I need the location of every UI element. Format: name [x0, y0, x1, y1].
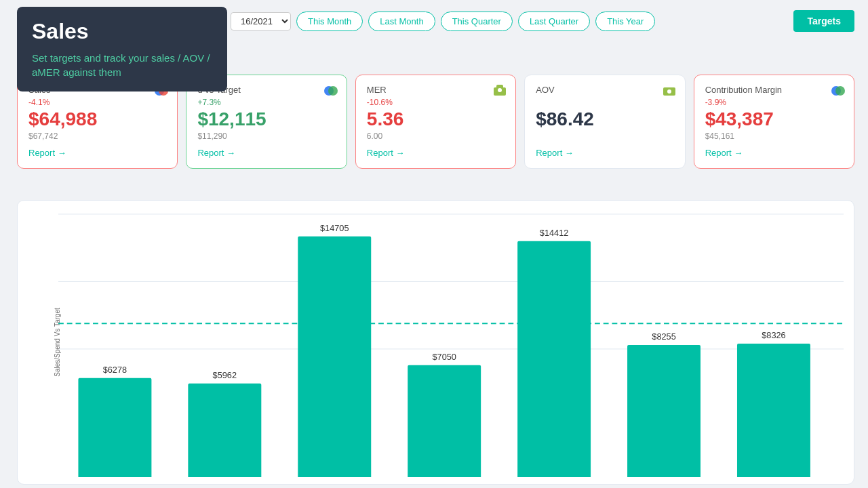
card-spend-sub: $11,290	[197, 131, 335, 141]
svg-point-10	[835, 86, 845, 96]
date-select[interactable]: 16/2021	[231, 12, 291, 30]
svg-text:$6278: $6278	[103, 365, 127, 375]
bar-6	[627, 345, 701, 477]
card-aov-sub	[536, 131, 673, 141]
tooltip-overlay: Sales Set targets and track your sales /…	[17, 7, 227, 92]
card-cm-report[interactable]: Report →	[705, 148, 743, 158]
last-month-button[interactable]: Last Month	[368, 12, 435, 31]
chart-svg: $16000 $12000 $8000 $6278 $5962 $14705 $…	[58, 207, 844, 477]
card-aov-title: AOV	[536, 85, 673, 95]
card-spend-report[interactable]: Report →	[197, 148, 235, 158]
top-bar: 16/2021 This Month Last Month This Quart…	[231, 10, 854, 32]
card-cm-pct: -3.9%	[705, 98, 843, 107]
bar-3	[298, 237, 371, 477]
bar-1	[78, 378, 151, 477]
card-spend-icon	[323, 83, 338, 102]
this-quarter-button[interactable]: This Quarter	[441, 12, 513, 31]
card-cm-title: Contribution Margin	[705, 85, 843, 95]
bar-7	[737, 344, 810, 477]
svg-text:$7050: $7050	[432, 352, 456, 362]
svg-text:$5962: $5962	[213, 370, 237, 380]
card-sales-main: $64,988	[28, 108, 166, 130]
card-cm-icon	[831, 83, 846, 102]
card-spend-main: $12,115	[197, 108, 335, 130]
svg-point-3	[328, 86, 338, 96]
card-sales-pct: -4.1%	[28, 98, 166, 107]
svg-text:$8326: $8326	[762, 330, 785, 340]
this-month-button[interactable]: This Month	[296, 12, 363, 31]
svg-point-8	[667, 89, 671, 94]
tooltip-description: Set targets and track your sales / AOV /…	[32, 51, 212, 79]
this-year-button[interactable]: This Year	[595, 12, 655, 31]
bar-2	[188, 384, 261, 477]
card-spend-pct: +7.3%	[197, 98, 335, 107]
bar-5	[517, 241, 591, 477]
card-mer: MER -10.6% 5.36 6.00 Report →	[355, 75, 516, 169]
card-mer-pct: -10.6%	[367, 98, 505, 107]
tooltip-title: Sales	[32, 19, 212, 44]
card-cm-main: $43,387	[705, 108, 843, 130]
card-sales-report[interactable]: Report →	[28, 148, 66, 158]
card-mer-report[interactable]: Report →	[367, 148, 405, 158]
last-quarter-button[interactable]: Last Quarter	[518, 12, 590, 31]
card-mer-sub: 6.00	[367, 131, 505, 141]
card-sales-sub: $67,742	[28, 131, 166, 141]
svg-text:$8255: $8255	[652, 331, 675, 342]
svg-text:$14705: $14705	[320, 223, 349, 233]
chart-y-axis-label: Sales/Spend Vs Target	[54, 308, 61, 377]
chart-area: Sales/Spend Vs Target $16000 $12000 $800…	[17, 200, 854, 485]
svg-text:$14412: $14412	[540, 228, 569, 238]
card-aov-main: $86.42	[536, 108, 673, 130]
targets-button[interactable]: Targets	[793, 10, 854, 32]
svg-point-6	[498, 88, 502, 92]
card-aov-pct	[536, 98, 673, 107]
card-contribution-margin: Contribution Margin -3.9% $43,387 $45,16…	[694, 75, 854, 169]
card-mer-icon	[492, 83, 507, 102]
card-mer-title: MER	[367, 85, 505, 95]
card-aov-icon	[662, 83, 677, 102]
card-cm-sub: $45,161	[705, 131, 843, 141]
card-mer-main: 5.36	[367, 108, 505, 130]
bar-4	[408, 365, 481, 477]
card-aov: AOV $86.42 Report →	[524, 75, 685, 169]
card-aov-report[interactable]: Report →	[536, 148, 574, 158]
